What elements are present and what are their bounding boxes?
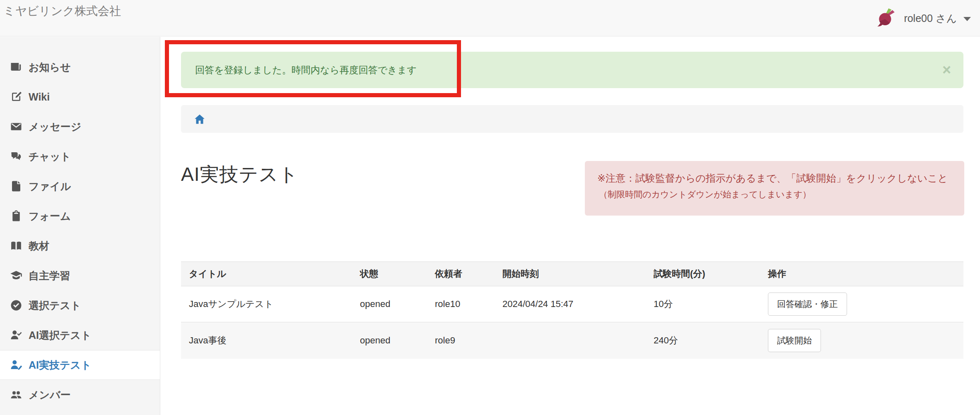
clipboard-icon — [10, 210, 22, 222]
main-content: 回答を登録しました。時間内なら再度回答できます × AI実技テスト ※注意：試験… — [161, 37, 980, 415]
graduation-cap-icon — [10, 269, 22, 282]
sidebar-item-wiki[interactable]: Wiki — [0, 82, 160, 112]
sidebar-item-materials[interactable]: 教材 — [0, 231, 160, 261]
answer-check-edit-button[interactable]: 回答確認・修正 — [768, 293, 847, 316]
home-icon[interactable] — [193, 113, 206, 125]
sidebar-item-members[interactable]: メンバー — [0, 380, 160, 410]
page-title: AI実技テスト — [181, 162, 299, 187]
company-name: ミヤビリンク株式会社 — [3, 3, 121, 19]
sidebar-item-messages[interactable]: メッセージ — [0, 112, 160, 142]
sidebar-item-news[interactable]: お知らせ — [0, 52, 160, 82]
file-icon — [10, 180, 22, 192]
cell-requester: role10 — [427, 286, 495, 322]
edit-square-icon — [10, 91, 22, 103]
start-test-button[interactable]: 試験開始 — [768, 329, 821, 352]
col-requester: 依頼者 — [427, 262, 495, 286]
users-icon — [10, 389, 22, 401]
sidebar-item-label: AI実技テスト — [29, 358, 92, 372]
sidebar: お知らせ Wiki メッセージ チャット ファイル フォーム 教材 自主学習 選… — [0, 37, 160, 415]
success-alert: 回答を登録しました。時間内なら再度回答できます × — [181, 52, 963, 88]
user-menu[interactable]: role00 さん — [876, 6, 971, 31]
cell-start-time: 2024/04/24 15:47 — [495, 286, 646, 322]
cell-requester: role9 — [427, 322, 495, 359]
sidebar-item-label: ファイル — [29, 180, 71, 193]
success-alert-message: 回答を登録しました。時間内なら再度回答できます — [195, 64, 417, 77]
sidebar-item-label: フォーム — [29, 209, 71, 223]
cell-title: Java事後 — [181, 322, 352, 359]
sidebar-item-label: メッセージ — [29, 120, 81, 134]
sidebar-item-label: チャット — [29, 150, 71, 163]
cell-title: Javaサンプルテスト — [181, 286, 352, 322]
table-row: Javaサンプルテスト opened role10 2024/04/24 15:… — [181, 286, 963, 322]
cell-duration: 10分 — [646, 286, 760, 322]
sidebar-item-ai-choice-test[interactable]: AI選択テスト — [0, 320, 160, 350]
check-circle-icon — [10, 299, 22, 312]
chevron-down-icon — [963, 17, 971, 21]
sidebar-item-label: 教材 — [29, 239, 49, 253]
cell-start-time — [495, 322, 646, 359]
newspaper-icon — [10, 61, 22, 73]
beet-avatar-icon — [876, 7, 897, 29]
sidebar-item-label: お知らせ — [29, 60, 71, 74]
sidebar-item-label: AI選択テスト — [29, 329, 92, 342]
sidebar-item-self-study[interactable]: 自主学習 — [0, 261, 160, 290]
user-check-icon — [10, 329, 22, 341]
chat-bubbles-icon — [10, 150, 22, 163]
app-header: ミヤビリンク株式会社 role00 さん — [0, 0, 980, 36]
col-duration: 試験時間(分) — [646, 262, 760, 286]
test-table: タイトル 状態 依頼者 開始時刻 試験時間(分) 操作 Javaサンプルテスト … — [181, 261, 963, 359]
warning-note: ※注意：試験監督からの指示があるまで、「試験開始」をクリックしないこと （制限時… — [585, 161, 964, 216]
col-operation: 操作 — [760, 262, 963, 286]
sidebar-item-label: 自主学習 — [29, 269, 70, 283]
breadcrumb — [181, 105, 963, 133]
sidebar-item-forms[interactable]: フォーム — [0, 201, 160, 231]
sidebar-item-ai-practical-test[interactable]: AI実技テスト — [0, 350, 160, 380]
warning-line-1: ※注意：試験監督からの指示があるまで、「試験開始」をクリックしないこと — [597, 172, 952, 185]
table-header-row: タイトル 状態 依頼者 開始時刻 試験時間(分) 操作 — [181, 262, 963, 286]
user-edit-icon — [10, 359, 22, 371]
sidebar-item-files[interactable]: ファイル — [0, 171, 160, 201]
cell-duration: 240分 — [646, 322, 760, 359]
sidebar-item-choice-test[interactable]: 選択テスト — [0, 290, 160, 320]
book-icon — [10, 240, 22, 252]
sidebar-item-label: メンバー — [29, 388, 71, 402]
user-name: role00 さん — [904, 12, 957, 25]
sidebar-item-label: 選択テスト — [29, 299, 81, 312]
close-icon[interactable]: × — [942, 62, 951, 77]
envelope-icon — [10, 120, 22, 133]
warning-line-2: （制限時間のカウントダウンが始まってしまいます） — [597, 189, 952, 200]
col-start-time: 開始時刻 — [495, 262, 646, 286]
sidebar-item-chat[interactable]: チャット — [0, 142, 160, 171]
table-row: Java事後 opened role9 240分 試験開始 — [181, 322, 963, 359]
col-title: タイトル — [181, 262, 352, 286]
cell-status: opened — [352, 322, 427, 359]
cell-status: opened — [352, 286, 427, 322]
sidebar-item-label: Wiki — [29, 91, 50, 103]
col-status: 状態 — [352, 262, 427, 286]
